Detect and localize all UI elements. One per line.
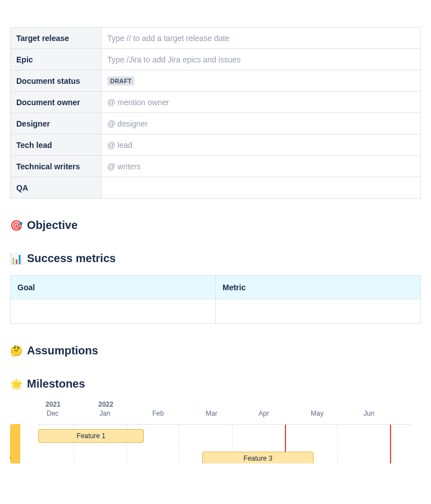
success-metrics-title: Success metrics: [27, 252, 116, 265]
roadmap-gridline: [337, 425, 338, 464]
meta-key: Tech lead: [11, 134, 102, 156]
meta-value-text: @ mention owner: [107, 98, 169, 107]
table-row: EpicType /Jira to add Jira epics and iss…: [11, 49, 421, 70]
meta-key: Document owner: [11, 92, 102, 113]
meta-value[interactable]: Type // to add a target release date: [102, 28, 421, 49]
roadmap-milestone-marker[interactable]: [390, 425, 391, 464]
roadmap-body[interactable]: Feature 1Feature 3: [38, 424, 410, 464]
meta-key: Designer: [11, 113, 102, 134]
metrics-header-metric: Metric: [216, 276, 421, 299]
roadmap-month-label: Feb: [152, 410, 164, 417]
roadmap-bar[interactable]: Feature 1: [38, 429, 144, 443]
milestones-title: Milestones: [27, 377, 85, 390]
success-metrics-heading: 📊 Success metrics: [10, 252, 421, 265]
metadata-table: Target releaseType // to add a target re…: [10, 27, 421, 199]
meta-value[interactable]: @ lead: [102, 134, 421, 156]
roadmap-month-label: Mar: [206, 410, 217, 417]
metrics-cell[interactable]: [11, 299, 216, 324]
success-metrics-table[interactable]: Goal Metric: [10, 275, 421, 324]
meta-value-text: @ writers: [107, 162, 140, 171]
table-row: Target releaseType // to add a target re…: [11, 28, 421, 49]
target-icon: 🎯: [10, 219, 22, 232]
star-icon: 🌟: [10, 378, 22, 390]
meta-key: Technical writers: [11, 156, 102, 177]
roadmap-month-label: Jun: [364, 410, 374, 417]
meta-value[interactable]: [102, 177, 421, 199]
roadmap-year-label: 2021: [46, 400, 61, 408]
table-row: Designer@ designer: [11, 113, 421, 134]
meta-key: QA: [11, 177, 102, 199]
roadmap-bar[interactable]: Feature 3: [202, 452, 314, 464]
thinking-icon: 🤔: [10, 345, 22, 357]
roadmap-gridline: [179, 425, 179, 464]
roadmap-month-label: Jan: [99, 410, 110, 417]
metrics-cell[interactable]: [216, 299, 421, 324]
milestones-heading: 🌟 Milestones: [10, 377, 421, 390]
meta-value-text: Type /Jira to add Jira epics and issues: [107, 55, 241, 64]
assumptions-heading: 🤔 Assumptions: [10, 344, 421, 357]
meta-value[interactable]: DRAFT: [102, 70, 421, 92]
objective-title: Objective: [27, 219, 78, 232]
table-row: QA: [11, 177, 421, 199]
objective-heading: 🎯 Objective: [10, 219, 421, 232]
meta-value[interactable]: @ designer: [102, 113, 421, 134]
roadmap-month-label: Dec: [47, 410, 58, 417]
meta-value[interactable]: @ writers: [102, 156, 421, 177]
meta-value-text: @ designer: [107, 119, 148, 128]
roadmap-year-label: 2022: [98, 400, 114, 408]
table-row: Document statusDRAFT: [11, 70, 421, 92]
meta-key: Target release: [11, 28, 102, 49]
metrics-header-goal: Goal: [11, 276, 216, 299]
roadmap-month-label: May: [311, 410, 324, 417]
roadmap-header: 20212022DecJanFebMarAprMayJun: [38, 400, 410, 424]
roadmap-month-label: Apr: [258, 410, 269, 417]
table-row[interactable]: [11, 299, 421, 324]
table-row: Document owner@ mention owner: [11, 92, 421, 113]
meta-key: Epic: [11, 49, 102, 70]
meta-key: Document status: [11, 70, 102, 92]
meta-value[interactable]: @ mention owner: [102, 92, 421, 113]
table-row: Tech lead@ lead: [11, 134, 421, 156]
roadmap[interactable]: P 20212022DecJanFebMarAprMayJun Feature …: [10, 400, 421, 464]
meta-value[interactable]: Type /Jira to add Jira epics and issues: [102, 49, 421, 70]
chart-icon: 📊: [10, 253, 22, 265]
meta-value-text: @ lead: [107, 141, 133, 150]
assumptions-title: Assumptions: [27, 344, 98, 357]
status-badge[interactable]: DRAFT: [107, 76, 134, 86]
table-row: Technical writers@ writers: [11, 156, 421, 177]
meta-value-text: Type // to add a target release date: [107, 34, 229, 43]
